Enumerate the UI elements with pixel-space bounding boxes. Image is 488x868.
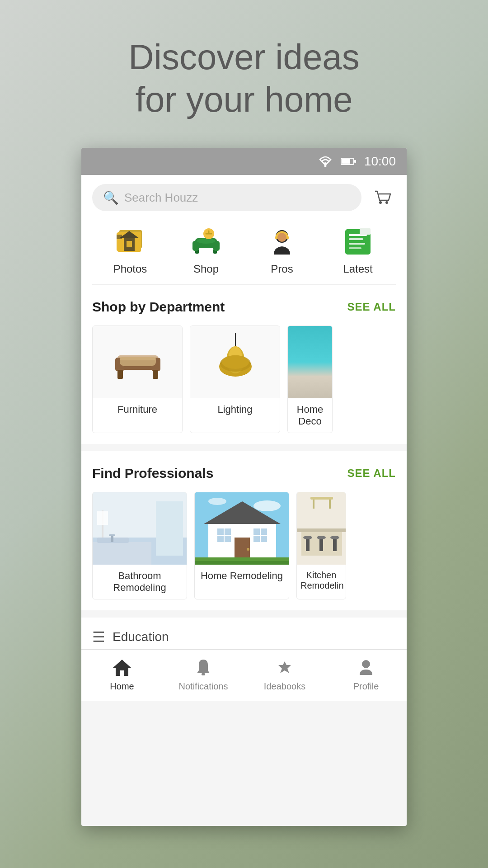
cart-button[interactable] — [369, 184, 396, 211]
nav-notifications-label: Notifications — [179, 681, 228, 692]
svg-rect-28 — [349, 238, 363, 240]
nav-notifications[interactable]: Notifications — [176, 657, 230, 692]
svg-rect-2 — [342, 159, 350, 164]
hero-title: Discover ideas for your home — [27, 36, 461, 121]
furniture-label: Furniture — [93, 398, 182, 421]
nav-label-latest: Latest — [343, 263, 372, 275]
svg-point-56 — [253, 500, 281, 511]
bathroom-img — [93, 492, 187, 565]
homeremodel-img — [195, 492, 289, 565]
nav-item-pros[interactable]: Pros — [265, 225, 299, 275]
kitchen-img — [297, 492, 346, 565]
svg-rect-53 — [111, 535, 113, 542]
search-placeholder: Search Houzz — [124, 191, 198, 205]
svg-rect-31 — [360, 228, 371, 235]
nav-profile[interactable]: Profile — [339, 657, 393, 692]
svg-point-80 — [317, 536, 326, 539]
svg-rect-78 — [333, 538, 337, 551]
svg-marker-82 — [113, 660, 131, 676]
svg-rect-74 — [313, 500, 314, 509]
ideabooks-nav-icon — [274, 657, 296, 679]
dept-card-homedeco[interactable]: Home Deco — [287, 326, 333, 433]
svg-point-67 — [247, 548, 249, 551]
search-bar[interactable]: 🔍 Search Houzz — [92, 184, 361, 211]
pro-card-homeremodel[interactable]: Home Remodeling — [194, 492, 289, 599]
svg-rect-18 — [192, 241, 199, 251]
svg-rect-13 — [117, 235, 122, 239]
dept-cards: Furniture — [92, 326, 396, 433]
svg-rect-51 — [93, 542, 151, 565]
svg-rect-36 — [117, 370, 123, 379]
pro-cards: Bathroom Remodeling — [92, 492, 396, 599]
svg-point-57 — [208, 498, 226, 505]
nav-profile-label: Profile — [353, 681, 379, 692]
svg-rect-50 — [97, 511, 108, 525]
pros-section-title: Find Professionals — [92, 466, 213, 481]
homedeco-img — [288, 326, 333, 398]
svg-rect-19 — [213, 241, 220, 251]
svg-point-25 — [277, 233, 286, 242]
dept-card-furniture[interactable]: Furniture — [92, 326, 183, 433]
shop-icon — [189, 225, 223, 259]
svg-point-84 — [362, 660, 370, 668]
bottom-nav: Home Notifications Ideabooks Profile — [81, 649, 407, 701]
status-bar: 10:00 — [81, 148, 407, 175]
svg-rect-3 — [354, 160, 356, 163]
nav-home-label: Home — [110, 681, 134, 692]
nav-ideabooks[interactable]: Ideabooks — [258, 657, 312, 692]
nav-item-latest[interactable]: Latest — [341, 225, 375, 275]
content-area: Shop by Department SEE ALL — [81, 285, 407, 649]
quick-nav: Photos Shop — [92, 220, 396, 285]
bottom-partial-section: ☰ Education — [81, 618, 407, 649]
svg-point-20 — [197, 238, 215, 244]
svg-point-45 — [222, 355, 249, 369]
pros-see-all[interactable]: SEE ALL — [347, 467, 396, 480]
svg-rect-39 — [120, 357, 156, 360]
nav-item-shop[interactable]: Shop — [189, 225, 223, 275]
education-label: Education — [113, 630, 169, 644]
home-nav-icon — [111, 657, 133, 679]
lighting-img — [190, 326, 280, 398]
pros-icon — [265, 225, 299, 259]
nav-label-shop: Shop — [193, 263, 219, 275]
svg-point-5 — [385, 201, 388, 204]
furniture-icon — [111, 340, 165, 385]
svg-rect-72 — [297, 528, 346, 532]
svg-point-79 — [303, 536, 312, 539]
cart-icon — [372, 188, 392, 208]
homedeco-label: Home Deco — [288, 398, 332, 433]
list-icon: ☰ — [92, 628, 105, 646]
svg-rect-54 — [109, 534, 115, 536]
latest-icon — [341, 225, 375, 259]
app-container: 10:00 🔍 Search Houzz — [81, 148, 407, 826]
pro-card-bathroom[interactable]: Bathroom Remodeling — [92, 492, 187, 599]
svg-rect-12 — [127, 241, 132, 247]
nav-label-pros: Pros — [271, 263, 293, 275]
svg-rect-73 — [310, 497, 333, 500]
profile-nav-icon — [355, 657, 377, 679]
svg-rect-76 — [306, 538, 310, 551]
lighting-icon — [215, 333, 256, 392]
homeremodel-label: Home Remodeling — [195, 565, 289, 587]
svg-rect-83 — [202, 673, 205, 675]
bathroom-label: Bathroom Remodeling — [93, 565, 187, 599]
svg-rect-48 — [156, 501, 183, 556]
battery-icon — [341, 157, 357, 166]
pros-section: Find Professionals SEE ALL — [81, 451, 407, 610]
svg-point-81 — [330, 536, 339, 539]
furniture-img — [93, 326, 183, 398]
lighting-label: Lighting — [190, 398, 280, 421]
nav-item-photos[interactable]: Photos — [113, 225, 147, 275]
pro-card-kitchen[interactable]: Kitchen Remodelin — [296, 492, 346, 599]
nav-home[interactable]: Home — [95, 657, 149, 692]
svg-rect-30 — [349, 247, 361, 249]
dept-card-lighting[interactable]: Lighting — [190, 326, 280, 433]
notifications-nav-icon — [192, 657, 214, 679]
app-header: 🔍 Search Houzz — [81, 175, 407, 285]
wifi-icon — [317, 155, 333, 168]
kitchen-label: Kitchen Remodelin — [297, 565, 346, 596]
svg-point-0 — [324, 165, 326, 167]
photos-icon — [113, 225, 147, 259]
shop-see-all[interactable]: SEE ALL — [347, 301, 396, 313]
status-time: 10:00 — [364, 154, 396, 169]
